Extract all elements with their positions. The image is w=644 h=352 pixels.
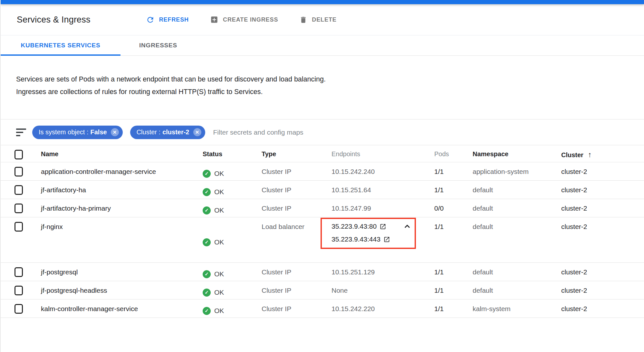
refresh-button[interactable]: REFRESH xyxy=(146,15,189,24)
open-in-new-icon xyxy=(383,236,390,243)
table-row[interactable]: jf-postgresql ✓OK Cluster IP 10.15.251.1… xyxy=(1,263,644,281)
row-checkbox[interactable] xyxy=(14,167,23,176)
column-header-pods: Pods xyxy=(420,145,459,162)
row-checkbox[interactable] xyxy=(14,185,23,195)
service-namespace: kalm-system xyxy=(459,300,547,318)
status-ok-icon: ✓ xyxy=(203,238,211,246)
service-type: Cluster IP xyxy=(248,181,318,199)
column-header-status[interactable]: Status xyxy=(189,145,248,162)
select-all-checkbox[interactable] xyxy=(14,150,23,159)
filter-list-icon[interactable] xyxy=(16,128,26,136)
row-checkbox[interactable] xyxy=(14,222,23,232)
description-text: Services are sets of Pods with a network… xyxy=(16,73,333,98)
delete-button[interactable]: DELETE xyxy=(299,16,336,24)
tab-kubernetes-services[interactable]: KUBERNETES SERVICES xyxy=(1,35,120,55)
service-namespace: default xyxy=(459,263,547,281)
service-name: jf-artifactory-ha xyxy=(27,181,189,199)
service-cluster: cluster-2 xyxy=(547,199,644,217)
service-namespace: application-system xyxy=(459,162,547,180)
service-name: kalm-controller-manager-service xyxy=(27,300,189,318)
service-cluster: cluster-2 xyxy=(547,263,644,281)
status-ok-icon: ✓ xyxy=(203,307,211,315)
service-name: jf-artifactory-ha-primary xyxy=(27,199,189,217)
table-row[interactable]: application-controller-manager-service ✓… xyxy=(1,162,644,181)
arrow-up-icon: ↑ xyxy=(588,150,592,159)
service-name: jf-postgresql xyxy=(27,263,189,281)
service-endpoints: 10.15.251.129 xyxy=(318,263,420,281)
service-cluster: cluster-2 xyxy=(547,281,644,299)
service-pods: 1/1 xyxy=(420,281,459,299)
page-title: Services & Ingress xyxy=(17,15,91,25)
service-type: Cluster IP xyxy=(248,300,318,318)
table-row[interactable]: jf-nginx ✓OK Load balancer 35.223.9.43:8… xyxy=(1,217,644,263)
service-namespace: default xyxy=(459,199,547,217)
status-text: OK xyxy=(214,238,224,246)
service-pods: 1/1 xyxy=(420,217,459,262)
service-cluster: cluster-2 xyxy=(547,300,644,318)
row-checkbox[interactable] xyxy=(14,267,23,277)
status-ok-icon: ✓ xyxy=(203,206,211,214)
row-checkbox[interactable] xyxy=(14,286,23,295)
service-endpoints: 10.15.242.220 xyxy=(318,300,420,318)
service-pods: 0/0 xyxy=(420,199,459,217)
service-type: Cluster IP xyxy=(248,162,318,180)
chevron-up-icon xyxy=(402,222,412,231)
page-header: Services & Ingress REFRESH CREATE INGRES… xyxy=(1,4,644,35)
service-name: jf-nginx xyxy=(27,217,189,262)
table-row[interactable]: jf-artifactory-ha ✓OK Cluster IP 10.15.2… xyxy=(1,181,644,199)
collapse-endpoints-button[interactable] xyxy=(402,222,412,231)
table-row[interactable]: jf-artifactory-ha-primary ✓OK Cluster IP… xyxy=(1,199,644,217)
column-header-type[interactable]: Type xyxy=(248,145,318,162)
service-pods: 1/1 xyxy=(420,300,459,318)
service-endpoints: 10.15.251.64 xyxy=(318,181,420,199)
service-namespace: default xyxy=(459,217,547,262)
add-box-icon xyxy=(210,15,218,24)
service-pods: 1/1 xyxy=(420,263,459,281)
create-ingress-button[interactable]: CREATE INGRESS xyxy=(210,15,278,24)
top-accent-bar xyxy=(1,0,644,4)
endpoint-link[interactable]: 35.223.9.43:443 xyxy=(332,233,418,246)
table-row[interactable]: jf-postgresql-headless ✓OK Cluster IP No… xyxy=(1,281,644,300)
services-ingress-page: Services & Ingress REFRESH CREATE INGRES… xyxy=(0,0,644,352)
status-text: OK xyxy=(214,270,224,278)
service-type: Cluster IP xyxy=(248,263,318,281)
status-ok-icon: ✓ xyxy=(203,289,211,297)
description-section: Services are sets of Pods with a network… xyxy=(1,56,644,119)
status-ok-icon: ✓ xyxy=(203,170,211,178)
filter-chip-is-system-object[interactable]: Is system object : False ✕ xyxy=(32,126,123,139)
open-in-new-icon xyxy=(380,223,386,230)
service-namespace: default xyxy=(459,181,547,199)
filter-input[interactable]: Filter secrets and config maps xyxy=(213,128,303,136)
filter-bar: Is system object : False ✕ Cluster : clu… xyxy=(1,119,644,145)
service-cluster: cluster-2 xyxy=(547,217,644,262)
column-header-namespace[interactable]: Namespace xyxy=(459,145,547,162)
table-row[interactable]: kalm-controller-manager-service ✓OK Clus… xyxy=(1,300,644,318)
service-namespace: default xyxy=(459,281,547,299)
service-cluster: cluster-2 xyxy=(547,162,644,180)
service-endpoints: None xyxy=(318,281,420,299)
tab-ingresses[interactable]: INGRESSES xyxy=(120,35,196,55)
service-pods: 1/1 xyxy=(420,181,459,199)
row-checkbox[interactable] xyxy=(14,204,23,213)
service-type: Cluster IP xyxy=(248,199,318,217)
status-ok-icon: ✓ xyxy=(203,270,211,278)
chip-close-icon[interactable]: ✕ xyxy=(193,128,201,136)
service-name: jf-postgresql-headless xyxy=(27,281,189,299)
service-type: Load balancer xyxy=(248,217,318,262)
service-endpoints: 10.15.247.99 xyxy=(318,199,420,217)
status-text: OK xyxy=(214,206,224,214)
status-text: OK xyxy=(214,288,224,297)
column-header-endpoints: Endpoints xyxy=(318,145,420,162)
column-header-name[interactable]: Name xyxy=(27,145,189,162)
tab-bar: KUBERNETES SERVICES INGRESSES xyxy=(1,35,644,56)
chip-close-icon[interactable]: ✕ xyxy=(111,128,119,136)
column-header-cluster[interactable]: Cluster↑ xyxy=(547,145,644,162)
table-header-row: Name Status Type Endpoints Pods Namespac… xyxy=(1,145,644,162)
service-name: application-controller-manager-service xyxy=(27,162,189,180)
filter-chip-cluster[interactable]: Cluster : cluster-2 ✕ xyxy=(130,126,205,139)
service-pods: 1/1 xyxy=(420,162,459,180)
service-type: Cluster IP xyxy=(248,281,318,299)
refresh-icon xyxy=(146,15,155,24)
trash-icon xyxy=(299,16,307,24)
row-checkbox[interactable] xyxy=(14,304,23,314)
